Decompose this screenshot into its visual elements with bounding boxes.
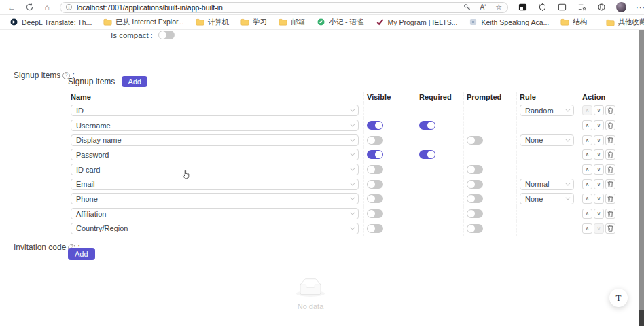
visible-cell bbox=[364, 221, 416, 236]
delete-button[interactable] bbox=[605, 149, 615, 160]
collections-icon[interactable] bbox=[577, 2, 587, 12]
signup-item-name-select[interactable]: Display name bbox=[71, 134, 359, 146]
bookmark-item[interactable]: 结构 bbox=[560, 18, 587, 27]
signup-item-name-select[interactable]: Phone bbox=[71, 193, 359, 204]
signup-item-name-select[interactable]: Password bbox=[71, 149, 359, 160]
rule-select[interactable]: None bbox=[520, 193, 574, 204]
other-favorites-folder[interactable]: 其他收藏夹 bbox=[606, 15, 644, 30]
move-down-button[interactable]: ∨ bbox=[594, 194, 604, 204]
delete-button[interactable] bbox=[605, 120, 615, 130]
move-down-button[interactable]: ∨ bbox=[594, 105, 604, 115]
column-header-action: Action bbox=[579, 92, 621, 103]
visible-toggle[interactable] bbox=[367, 224, 383, 233]
move-up-button[interactable]: ∧ bbox=[582, 164, 592, 175]
prompted-toggle[interactable] bbox=[467, 194, 483, 203]
signup-item-name-select[interactable]: Country/Region bbox=[71, 223, 359, 234]
delete-button[interactable] bbox=[605, 223, 615, 234]
prompted-toggle[interactable] bbox=[467, 165, 483, 174]
signup-item-row: Display nameNone∧∨ bbox=[68, 132, 621, 147]
bookmark-item[interactable]: 学习 bbox=[240, 18, 267, 27]
signup-item-name-select[interactable]: ID bbox=[71, 105, 359, 116]
move-up-button[interactable]: ∧ bbox=[582, 223, 592, 234]
move-down-button[interactable]: ∨ bbox=[594, 149, 604, 160]
rule-select[interactable]: None bbox=[520, 134, 574, 146]
favorite-star-icon[interactable]: ☆ bbox=[495, 3, 502, 12]
rule-select[interactable]: Normal bbox=[520, 179, 574, 190]
bookmark-item[interactable]: 小记 - 语雀 bbox=[317, 18, 363, 27]
browser-window: ← ⌂ i localhost:7001/applications/built-… bbox=[0, 0, 644, 326]
profile-avatar[interactable] bbox=[616, 2, 626, 12]
move-down-button[interactable]: ∨ bbox=[594, 120, 604, 130]
move-up-button[interactable]: ∧ bbox=[582, 135, 592, 145]
refresh-button[interactable] bbox=[23, 1, 35, 14]
add-signup-item-button[interactable]: Add bbox=[122, 76, 147, 87]
rule-select[interactable]: Random bbox=[520, 105, 574, 116]
read-aloud-icon[interactable]: Aʹ bbox=[480, 3, 486, 11]
prompted-toggle[interactable] bbox=[467, 209, 483, 218]
scrollbar-thumb[interactable] bbox=[639, 310, 644, 326]
rule-cell: None bbox=[517, 132, 579, 147]
prompted-toggle[interactable] bbox=[467, 180, 483, 189]
required-toggle[interactable] bbox=[419, 150, 435, 159]
visible-toggle[interactable] bbox=[367, 150, 383, 159]
bookmark-item[interactable]: DeepL Translate: Th... bbox=[10, 18, 92, 26]
move-up-button[interactable]: ∧ bbox=[582, 194, 592, 204]
move-up-button[interactable]: ∧ bbox=[582, 120, 592, 130]
site-info-icon[interactable]: i bbox=[66, 4, 72, 10]
visible-toggle[interactable] bbox=[367, 136, 383, 145]
move-down-button[interactable]: ∨ bbox=[594, 209, 604, 219]
home-button[interactable]: ⌂ bbox=[41, 1, 53, 14]
move-up-button[interactable]: ∧ bbox=[582, 209, 592, 219]
split-screen-icon[interactable] bbox=[557, 2, 567, 12]
required-cell bbox=[416, 192, 464, 206]
browser-essentials-icon[interactable] bbox=[518, 2, 528, 12]
visible-toggle[interactable] bbox=[367, 194, 383, 203]
visible-toggle[interactable] bbox=[367, 209, 383, 218]
back-button[interactable]: ← bbox=[5, 1, 18, 14]
theme-font-button[interactable]: T bbox=[609, 289, 628, 307]
move-down-button[interactable]: ∨ bbox=[594, 223, 604, 234]
extensions-icon[interactable] bbox=[537, 2, 548, 12]
required-cell bbox=[416, 118, 464, 133]
url-text[interactable]: localhost:7001/applications/built-in/app… bbox=[77, 3, 454, 12]
signup-item-name-select[interactable]: Email bbox=[71, 179, 359, 190]
bookmark-label: 小记 - 语雀 bbox=[329, 18, 363, 27]
required-cell bbox=[416, 147, 464, 162]
bookmark-item[interactable]: My Program | IELTS... bbox=[376, 18, 458, 26]
move-up-button[interactable]: ∧ bbox=[582, 179, 592, 189]
scrollbar[interactable] bbox=[639, 30, 644, 326]
bookmark-item[interactable]: 计算机 bbox=[196, 18, 230, 27]
delete-button[interactable] bbox=[605, 164, 615, 175]
address-bar[interactable]: i localhost:7001/applications/built-in/a… bbox=[60, 2, 508, 13]
add-invitation-code-button[interactable]: Add bbox=[68, 248, 95, 260]
prompted-toggle[interactable] bbox=[467, 224, 483, 233]
visible-toggle[interactable] bbox=[367, 121, 383, 130]
delete-button[interactable] bbox=[605, 105, 615, 115]
signup-item-name-select[interactable]: Username bbox=[71, 120, 359, 131]
move-down-button[interactable]: ∨ bbox=[594, 179, 604, 189]
delete-button[interactable] bbox=[605, 135, 615, 145]
move-down-button[interactable]: ∨ bbox=[594, 135, 604, 145]
browser-toolbar-right: ··· bbox=[518, 2, 644, 12]
visible-toggle[interactable] bbox=[367, 165, 383, 174]
signup-item-name-select[interactable]: ID card bbox=[71, 164, 359, 175]
copilot-icon[interactable] bbox=[596, 2, 607, 12]
delete-button[interactable] bbox=[605, 209, 615, 219]
bookmark-item[interactable]: 邮箱 bbox=[279, 18, 305, 27]
delete-button[interactable] bbox=[605, 179, 615, 189]
visible-toggle[interactable] bbox=[367, 180, 383, 189]
password-key-icon[interactable] bbox=[463, 3, 471, 11]
prompted-toggle[interactable] bbox=[467, 136, 483, 145]
is-compact-toggle[interactable] bbox=[158, 31, 175, 39]
move-down-button[interactable]: ∨ bbox=[594, 164, 604, 175]
delete-button[interactable] bbox=[605, 194, 615, 204]
more-menu-icon[interactable]: ··· bbox=[636, 3, 644, 12]
required-toggle[interactable] bbox=[419, 121, 435, 130]
move-up-button[interactable]: ∧ bbox=[582, 149, 592, 160]
bookmark-item[interactable]: 已从 Internet Explor... bbox=[103, 18, 183, 27]
signup-item-name-select[interactable]: Affiliation bbox=[71, 208, 359, 219]
required-cell bbox=[416, 221, 464, 236]
bookmark-item[interactable]: Keith Speaking Aca... bbox=[469, 18, 549, 26]
move-up-button[interactable]: ∧ bbox=[582, 105, 592, 115]
selected-name: Email bbox=[76, 180, 95, 188]
